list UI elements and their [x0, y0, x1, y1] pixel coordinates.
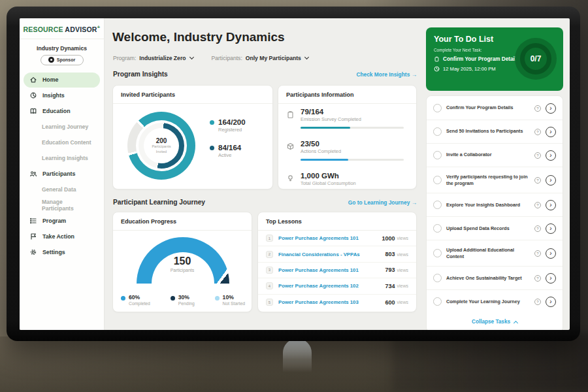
help-icon[interactable]: ?: [534, 275, 541, 282]
sidebar-item-education-content[interactable]: Education Content: [24, 135, 100, 150]
stat-actions-completed: 23/50 Actions Completed: [286, 140, 341, 154]
task-row[interactable]: Invite a Collaborator ? ›: [427, 144, 563, 167]
help-icon[interactable]: ?: [534, 105, 541, 112]
home-icon: [29, 76, 37, 84]
invited-donut-gap: 200 Participants Invited: [136, 120, 187, 171]
task-checkbox[interactable]: [433, 127, 442, 136]
invited-center-value: 200: [156, 137, 167, 144]
sidebar-item-education[interactable]: Education: [24, 104, 100, 119]
task-arrow-button[interactable]: ›: [546, 103, 556, 114]
invited-donut-center: 200 Participants Invited: [144, 128, 179, 163]
task-checkbox[interactable]: [433, 249, 442, 257]
sidebar-item-participants[interactable]: Participants: [24, 167, 100, 182]
task-arrow-button[interactable]: ›: [546, 150, 556, 161]
participants-filter[interactable]: Participants:Only My Participants: [212, 55, 308, 61]
task-arrow-button[interactable]: ›: [546, 248, 556, 259]
task-arrow-button[interactable]: ›: [546, 273, 556, 284]
task-row[interactable]: Upload Additional Educational Content ? …: [427, 240, 563, 267]
lesson-row[interactable]: 3 Power Purchase Agreements 101 793 view…: [258, 263, 416, 278]
lesson-rank: 3: [266, 267, 273, 274]
task-row[interactable]: Achieve One Sustainability Target ? ›: [427, 267, 563, 290]
lesson-rank: 2: [266, 251, 273, 258]
legend-item-active: 84/164 Active: [210, 144, 246, 158]
lesson-link[interactable]: Power Purchase Agreements 101: [278, 267, 385, 273]
lesson-link[interactable]: Financial Considerations - VPPAs: [278, 252, 385, 257]
task-row[interactable]: Upload Spend Data Records ? ›: [427, 217, 563, 240]
help-icon[interactable]: ?: [534, 202, 541, 208]
collapse-tasks-link[interactable]: Collapse Tasks: [427, 313, 563, 330]
help-icon[interactable]: ?: [534, 129, 541, 135]
arrow-right-icon: →: [412, 199, 417, 206]
lesson-link[interactable]: Power Purchase Agreements 101: [278, 235, 382, 241]
lesson-views-suffix: views: [397, 236, 408, 240]
help-icon[interactable]: ?: [534, 299, 541, 305]
sidebar-item-program[interactable]: Program: [24, 214, 100, 229]
organization-name: Industry Dynamics: [20, 45, 104, 52]
task-row[interactable]: Send 50 Invitations to Participants ? ›: [427, 120, 563, 144]
lesson-row[interactable]: 5 Power Purchase Agreements 103 600 view…: [258, 295, 416, 310]
lesson-views-suffix: views: [397, 300, 408, 304]
task-checkbox[interactable]: [433, 224, 442, 233]
task-checkbox[interactable]: [433, 176, 442, 184]
lesson-row[interactable]: 1 Power Purchase Agreements 101 1000 vie…: [258, 231, 416, 246]
task-row[interactable]: Explore Your Insights Dashboard ? ›: [427, 193, 563, 217]
go-to-learning-journey-link[interactable]: Go to Learning Journey →: [301, 199, 417, 206]
task-row[interactable]: Complete Your Learning Journey ? ›: [427, 290, 563, 313]
help-icon[interactable]: ?: [534, 152, 541, 159]
lesson-row[interactable]: 4 Power Purchase Agreements 102 734 view…: [258, 278, 416, 294]
check-more-insights-link[interactable]: Check More Insights →: [307, 71, 417, 78]
emission-survey-value: 79/164: [301, 108, 361, 116]
todo-progress-count: 0/7: [531, 54, 542, 63]
sidebar-item-take-action[interactable]: Take Action: [24, 229, 100, 244]
task-arrow-button[interactable]: ›: [546, 175, 556, 186]
actions-progress-track: [301, 159, 404, 161]
registered-label: Registered: [218, 127, 246, 133]
lesson-rank: 4: [266, 282, 273, 289]
active-value: 84/164: [218, 144, 241, 152]
task-checkbox[interactable]: [433, 274, 442, 282]
sidebar-item-learning-insights[interactable]: Learning Insights: [24, 151, 100, 166]
lesson-views: 1000: [382, 235, 395, 242]
task-label: Upload Spend Data Records: [446, 225, 530, 232]
lesson-link[interactable]: Power Purchase Agreements 103: [278, 299, 385, 305]
task-checkbox[interactable]: [433, 297, 442, 306]
logo-text-resource: RESOURCE: [24, 25, 63, 33]
sidebar-item-learning-journey[interactable]: Learning Journey: [24, 120, 100, 135]
registered-dot: [210, 120, 214, 125]
top-lessons-title: Top Lessons: [258, 212, 416, 231]
task-checkbox[interactable]: [433, 201, 442, 209]
task-arrow-button[interactable]: ›: [546, 127, 556, 137]
sidebar-item-home[interactable]: Home: [24, 73, 100, 88]
completed-label: Completed: [129, 301, 150, 306]
task-row[interactable]: Verify participants requesting to join t…: [427, 167, 563, 193]
sidebar-item-manage-participants[interactable]: Manage Participants: [24, 198, 100, 213]
task-arrow-button[interactable]: ›: [546, 200, 556, 210]
help-icon[interactable]: ?: [534, 177, 541, 184]
sidebar-item-label: Learning Journey: [42, 123, 88, 130]
task-label: Invite a Collaborator: [446, 152, 530, 158]
background-dark-patch: [392, 333, 588, 392]
sidebar-item-label: Learning Insights: [42, 155, 88, 161]
lesson-link[interactable]: Power Purchase Agreements 102: [278, 283, 385, 289]
sidebar-item-general-data[interactable]: General Data: [24, 182, 100, 197]
task-row[interactable]: Confirm Your Program Details ? ›: [427, 97, 563, 120]
program-filter[interactable]: Program:Industrialize Zero: [113, 55, 193, 61]
task-checkbox[interactable]: [433, 151, 442, 159]
participants-filter-label: Participants:: [212, 55, 242, 61]
lesson-row[interactable]: 2 Financial Considerations - VPPAs 803 v…: [258, 246, 416, 262]
logo-text-advisor: ADVISOR: [65, 25, 97, 33]
sidebar-item-insights[interactable]: Insights: [24, 88, 100, 103]
settings-icon: [29, 248, 37, 256]
help-icon[interactable]: ?: [534, 225, 541, 232]
sponsor-badge: Sponsor: [41, 55, 84, 65]
help-icon[interactable]: ?: [534, 250, 541, 257]
sidebar-item-settings[interactable]: Settings: [24, 245, 100, 260]
sidebar-item-label: Insights: [42, 92, 65, 99]
todo-next-task-label: Confirm Your Program Details: [443, 56, 519, 62]
task-arrow-button[interactable]: ›: [546, 297, 556, 307]
active-dot: [210, 146, 214, 150]
filter-bar: Program:Industrialize Zero Participants:…: [113, 55, 308, 61]
todo-progress-ring-track: 0/7: [520, 43, 551, 74]
task-arrow-button[interactable]: ›: [546, 223, 556, 234]
task-checkbox[interactable]: [433, 104, 442, 112]
